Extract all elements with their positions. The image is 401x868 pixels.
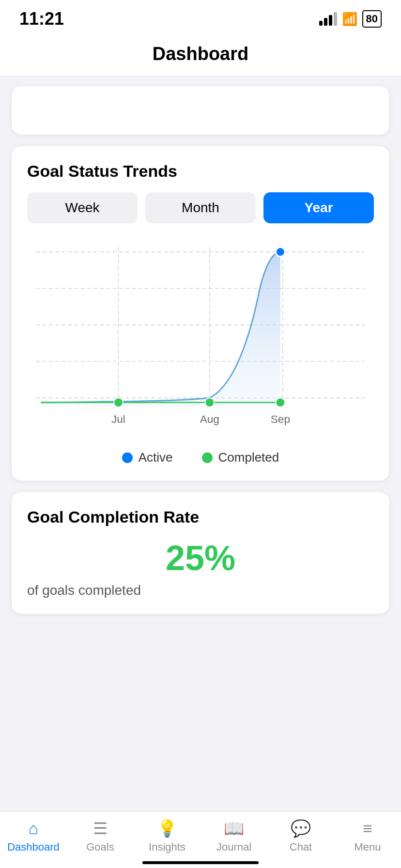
nav-goals[interactable]: ☰ Goals	[67, 819, 134, 853]
signal-icon	[319, 12, 337, 26]
bottom-spacer	[12, 625, 389, 683]
nav-menu[interactable]: ≡ Menu	[334, 819, 401, 853]
trend-chart: Jul Aug Sep	[27, 237, 374, 440]
year-button[interactable]: Year	[263, 192, 374, 223]
goal-status-trends-title: Goal Status Trends	[27, 162, 374, 181]
completed-dot	[202, 452, 213, 463]
nav-journal[interactable]: 📖 Journal	[200, 819, 267, 853]
nav-goals-label: Goals	[86, 841, 114, 853]
bottom-nav: ⌂ Dashboard ☰ Goals 💡 Insights 📖 Journal…	[0, 811, 401, 868]
battery-icon: 80	[362, 10, 382, 28]
legend-active: Active	[122, 450, 173, 465]
chart-legend: Active Completed	[27, 450, 374, 465]
svg-text:Jul: Jul	[111, 413, 125, 425]
svg-point-8	[276, 248, 285, 257]
status-time: 11:21	[19, 9, 64, 29]
nav-insights-label: Insights	[149, 841, 185, 853]
completion-rate-label: of goals completed	[27, 583, 374, 598]
chart-container: Jul Aug Sep	[27, 237, 374, 440]
status-icons: 📶 80	[319, 10, 382, 28]
dashboard-icon: ⌂	[29, 819, 39, 838]
svg-point-9	[114, 398, 123, 407]
active-dot	[122, 452, 133, 463]
completion-rate-title: Goal Completion Rate	[27, 508, 374, 527]
completion-rate-value: 25%	[27, 538, 374, 578]
nav-dashboard[interactable]: ⌂ Dashboard	[0, 819, 67, 853]
svg-point-11	[276, 398, 285, 407]
page-header: Dashboard	[0, 34, 401, 77]
month-button[interactable]: Month	[145, 192, 256, 223]
insights-icon: 💡	[157, 819, 177, 838]
completed-label: Completed	[218, 450, 279, 465]
chat-icon: 💬	[291, 819, 311, 838]
nav-journal-label: Journal	[216, 841, 251, 853]
menu-icon: ≡	[363, 819, 372, 838]
period-selector: Week Month Year	[27, 192, 374, 223]
nav-chat[interactable]: 💬 Chat	[267, 819, 334, 853]
nav-menu-label: Menu	[354, 841, 381, 853]
goal-completion-rate-card: Goal Completion Rate 25% of goals comple…	[12, 492, 389, 614]
svg-point-10	[205, 398, 214, 407]
goals-icon: ☰	[93, 819, 108, 838]
page-title: Dashboard	[153, 44, 248, 64]
legend-completed: Completed	[202, 450, 279, 465]
nav-chat-label: Chat	[290, 841, 312, 853]
nav-insights[interactable]: 💡 Insights	[134, 819, 200, 853]
status-bar: 11:21 📶 80	[0, 0, 401, 34]
goal-status-trends-card: Goal Status Trends Week Month Year	[12, 146, 389, 480]
home-indicator	[142, 861, 259, 864]
week-button[interactable]: Week	[27, 192, 138, 223]
svg-text:Aug: Aug	[200, 413, 219, 425]
wifi-icon: 📶	[342, 12, 357, 27]
nav-dashboard-label: Dashboard	[7, 841, 60, 853]
active-label: Active	[139, 450, 173, 465]
partial-top-card	[12, 86, 389, 135]
journal-icon: 📖	[224, 819, 244, 838]
main-content: Goal Status Trends Week Month Year	[0, 77, 401, 693]
svg-text:Sep: Sep	[271, 413, 290, 425]
